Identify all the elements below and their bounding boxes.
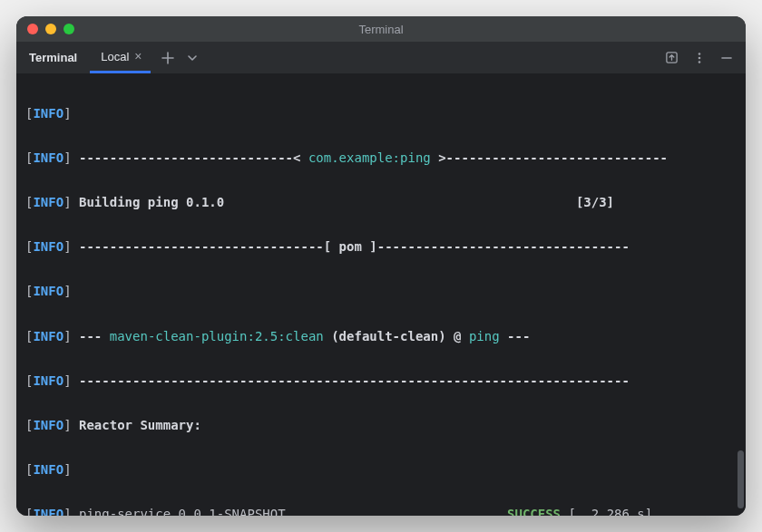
scrollbar[interactable] bbox=[738, 450, 744, 508]
new-tab-icon[interactable] bbox=[161, 52, 174, 64]
minimize-panel-icon[interactable] bbox=[720, 52, 733, 64]
tool-window-label[interactable]: Terminal bbox=[16, 51, 90, 64]
window-close-button[interactable] bbox=[27, 24, 38, 34]
terminal-output[interactable]: [INFO] [INFO] --------------------------… bbox=[16, 74, 746, 516]
window-title: Terminal bbox=[16, 23, 746, 36]
traffic-lights bbox=[16, 24, 74, 34]
more-options-icon[interactable] bbox=[693, 52, 706, 64]
window-minimize-button[interactable] bbox=[45, 24, 56, 34]
export-icon[interactable] bbox=[665, 51, 679, 64]
svg-point-3 bbox=[698, 61, 701, 63]
tab-local[interactable]: Local × bbox=[90, 42, 151, 73]
tab-label: Local bbox=[101, 50, 129, 63]
window-maximize-button[interactable] bbox=[64, 24, 74, 34]
tab-close-icon[interactable]: × bbox=[134, 50, 142, 63]
tabbar: Terminal Local × bbox=[16, 42, 746, 74]
svg-point-1 bbox=[698, 53, 701, 55]
dropdown-icon[interactable] bbox=[187, 53, 198, 63]
titlebar: Terminal bbox=[16, 16, 746, 42]
svg-point-2 bbox=[698, 56, 701, 59]
reactor-row: [INFO] ping-service 0.0.1-SNAPSHOT .....… bbox=[25, 503, 737, 516]
terminal-window: Terminal Terminal Local × bbox=[16, 16, 746, 516]
